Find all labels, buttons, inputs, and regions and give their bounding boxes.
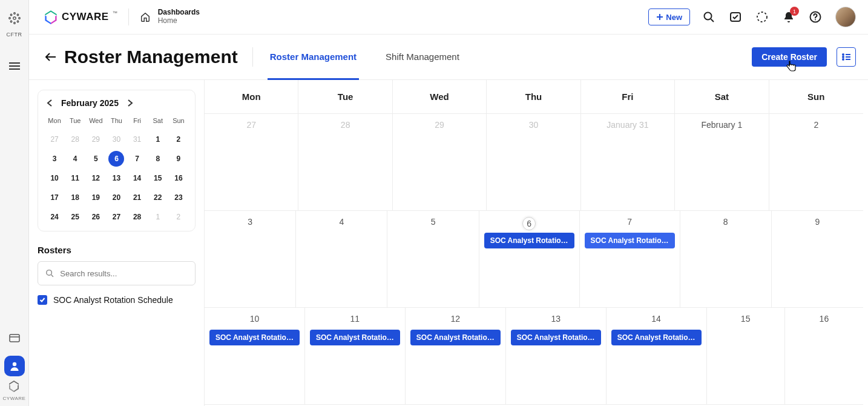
notifications-icon[interactable]: 1 — [782, 10, 795, 24]
day-cell[interactable]: 6SOC Analyst Rotatio… — [479, 211, 580, 307]
day-number: 10 — [250, 314, 260, 324]
mini-cal-day[interactable]: 25 — [67, 209, 83, 225]
mini-cal-day[interactable]: 13 — [108, 170, 124, 186]
day-cell[interactable]: February 1 — [675, 114, 769, 210]
mini-cal-day[interactable]: 18 — [67, 190, 83, 205]
mini-cal-day[interactable]: 7 — [130, 151, 145, 167]
list-view-toggle[interactable] — [837, 47, 856, 67]
mini-cal-day[interactable]: 15 — [150, 170, 166, 186]
mini-cal-day[interactable]: 2 — [171, 209, 186, 225]
calendar-event[interactable]: SOC Analyst Rotatio… — [310, 330, 400, 345]
mini-cal-day[interactable]: 21 — [130, 190, 145, 205]
rail-menu-icon[interactable] — [4, 56, 25, 76]
mini-cal-day[interactable]: 1 — [150, 131, 166, 147]
mini-cal-day[interactable]: 2 — [171, 131, 186, 147]
roster-checkbox[interactable] — [38, 295, 47, 305]
mini-cal-day[interactable]: 22 — [150, 190, 166, 205]
calendar-event[interactable]: SOC Analyst Rotatio… — [410, 330, 501, 345]
breadcrumb[interactable]: Dashboards Home — [158, 8, 200, 25]
create-roster-button[interactable]: Create Roster — [752, 47, 827, 67]
mini-cal-day[interactable]: 31 — [130, 131, 145, 147]
week-header-day: Sun — [769, 80, 863, 113]
mini-cal-day[interactable]: 3 — [47, 151, 62, 167]
mini-cal-day[interactable]: 6 — [108, 151, 124, 167]
day-cell[interactable]: 9 — [772, 211, 863, 307]
day-cell[interactable]: 10SOC Analyst Rotatio… — [205, 308, 305, 404]
day-cell[interactable]: 7SOC Analyst Rotatio… — [580, 211, 680, 307]
avatar[interactable] — [835, 7, 856, 27]
day-cell[interactable]: 28 — [298, 114, 392, 210]
mini-cal-day[interactable]: 20 — [108, 190, 124, 205]
mini-cal-day[interactable]: 26 — [88, 209, 104, 225]
svg-point-8 — [17, 21, 19, 22]
mini-cal-day[interactable]: 12 — [88, 170, 104, 186]
calendar-event[interactable]: SOC Analyst Rotatio… — [585, 233, 675, 248]
calendar-event[interactable]: SOC Analyst Rotatio… — [611, 330, 702, 345]
day-cell[interactable]: 14SOC Analyst Rotatio… — [607, 308, 707, 404]
roster-item[interactable]: SOC Analyst Rotation Schedule — [38, 295, 196, 305]
tabs: Roster Management Shift Management — [268, 35, 462, 79]
plus-icon — [656, 13, 663, 21]
day-cell[interactable]: 27 — [205, 114, 298, 210]
search-icon[interactable] — [702, 10, 715, 24]
mini-cal-day[interactable]: 19 — [88, 190, 104, 205]
calendar-event[interactable]: SOC Analyst Rotatio… — [484, 233, 574, 248]
day-number: 12 — [450, 314, 460, 324]
mini-cal-day[interactable]: 23 — [171, 190, 186, 205]
home-icon[interactable] — [140, 12, 151, 22]
day-cell[interactable]: January 31 — [581, 114, 675, 210]
day-cell[interactable]: 2 — [769, 114, 863, 210]
mini-cal-day[interactable]: 30 — [108, 131, 124, 147]
mini-cal-day[interactable]: 1 — [150, 209, 166, 225]
rail-user-icon[interactable] — [4, 356, 25, 376]
mini-cal-day[interactable]: 11 — [67, 170, 83, 186]
day-cell[interactable]: 29 — [393, 114, 487, 210]
mini-cal-dow: Wed — [85, 113, 106, 128]
mini-cal-day[interactable]: 8 — [150, 151, 166, 167]
day-cell[interactable]: 12SOC Analyst Rotatio… — [406, 308, 506, 404]
day-cell[interactable]: 13SOC Analyst Rotatio… — [506, 308, 607, 404]
mini-cal-day[interactable]: 24 — [47, 209, 62, 225]
mini-cal-day[interactable]: 28 — [67, 131, 83, 147]
day-cell[interactable]: 30 — [487, 114, 580, 210]
svg-marker-18 — [45, 10, 56, 15]
rail-card-icon[interactable] — [4, 328, 25, 348]
mini-cal-day[interactable]: 9 — [171, 151, 186, 167]
week-row: 27282930January 31February 12 — [205, 114, 863, 211]
cftr-icon[interactable] — [7, 11, 22, 28]
week-header-day: Wed — [393, 80, 487, 113]
mini-cal-day[interactable]: 27 — [47, 131, 62, 147]
cyware-rail-icon[interactable] — [8, 380, 20, 394]
new-button[interactable]: New — [648, 8, 690, 25]
back-icon[interactable] — [44, 50, 58, 64]
calendar-event[interactable]: SOC Analyst Rotatio… — [511, 330, 601, 345]
mini-cal-day[interactable]: 29 — [88, 131, 104, 147]
day-cell[interactable]: 3 — [205, 211, 296, 307]
roster-search[interactable] — [38, 261, 196, 285]
day-cell[interactable]: 4 — [296, 211, 387, 307]
prev-month-icon[interactable] — [44, 98, 55, 108]
day-cell[interactable]: 15 — [707, 308, 785, 404]
day-cell[interactable]: 16 — [785, 308, 863, 404]
activity-icon[interactable] — [755, 10, 769, 24]
brand-logo[interactable]: CYWARE ™ — [44, 10, 117, 24]
calendar-event[interactable]: SOC Analyst Rotatio… — [209, 330, 300, 345]
mini-cal-day[interactable]: 16 — [171, 170, 186, 186]
day-number: 13 — [551, 314, 561, 324]
mini-cal-day[interactable]: 10 — [47, 170, 62, 186]
mini-cal-day[interactable]: 4 — [67, 151, 83, 167]
mini-cal-day[interactable]: 14 — [130, 170, 145, 186]
roster-search-input[interactable] — [60, 269, 188, 278]
tab-shift-management[interactable]: Shift Management — [383, 35, 462, 80]
mini-cal-day[interactable]: 27 — [108, 209, 124, 225]
mini-cal-day[interactable]: 28 — [130, 209, 145, 225]
day-cell[interactable]: 11SOC Analyst Rotatio… — [305, 308, 406, 404]
day-cell[interactable]: 5 — [387, 211, 479, 307]
tasks-icon[interactable] — [729, 10, 742, 24]
day-cell[interactable]: 8 — [680, 211, 772, 307]
help-icon[interactable] — [809, 10, 822, 24]
tab-roster-management[interactable]: Roster Management — [268, 35, 359, 80]
next-month-icon[interactable] — [125, 98, 136, 108]
mini-cal-day[interactable]: 17 — [47, 190, 62, 205]
mini-cal-day[interactable]: 5 — [88, 151, 104, 167]
